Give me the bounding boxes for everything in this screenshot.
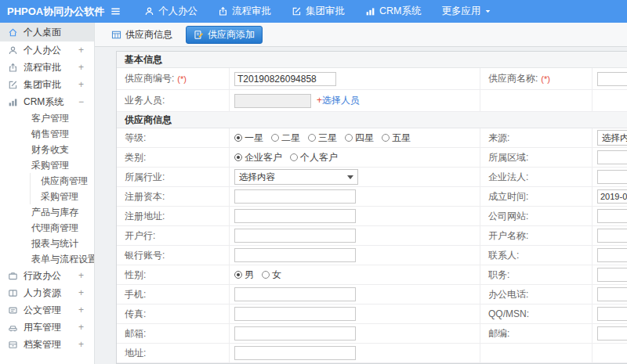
- sidebar-item-form-workflow-settings[interactable]: 表单与流程设置+: [0, 251, 94, 267]
- field-label: 办公电话:: [480, 285, 593, 304]
- radio-option[interactable]: 女: [262, 268, 281, 282]
- text-input[interactable]: [597, 268, 627, 282]
- expand-icon[interactable]: +: [78, 62, 84, 73]
- field-label-text: 所属区域:: [488, 151, 528, 164]
- radio-option[interactable]: 企业客户: [234, 151, 282, 164]
- expand-icon[interactable]: +: [78, 322, 84, 333]
- field-label-text: 传真:: [125, 308, 146, 321]
- text-input[interactable]: [597, 72, 627, 86]
- nav-more-apps[interactable]: 更多应用: [441, 5, 491, 18]
- collapse-icon[interactable]: −: [78, 96, 84, 107]
- tab-supplier-add[interactable]: 供应商添加: [186, 26, 263, 44]
- radio-button: [382, 134, 390, 142]
- choose-person-link[interactable]: +选择人员: [317, 94, 360, 107]
- nav-workflow-approval[interactable]: 流程审批: [218, 5, 271, 18]
- sidebar-item-admin-office[interactable]: 行政办公+: [0, 267, 94, 284]
- nav-personal-office[interactable]: 个人办公: [144, 5, 198, 18]
- expand-icon[interactable]: +: [78, 270, 84, 281]
- expand-icon[interactable]: +: [63, 144, 68, 155]
- sidebar-item-purchase-mgmt[interactable]: 采购管理−: [0, 157, 94, 173]
- select-input[interactable]: 选择内容: [234, 169, 358, 185]
- sidebar-item-group-approval[interactable]: 集团审批+: [0, 76, 94, 93]
- sidebar-item-personal-office[interactable]: 个人办公+: [0, 41, 94, 59]
- edit-icon: [292, 6, 302, 16]
- radio-label: 个人客户: [300, 151, 338, 164]
- text-input[interactable]: [597, 209, 627, 223]
- sidebar-item-product-inventory[interactable]: 产品与库存+: [0, 204, 94, 220]
- field-cell: [593, 265, 627, 284]
- nav-item-label: CRM系统: [379, 5, 421, 18]
- text-input[interactable]: [234, 326, 356, 341]
- expand-icon[interactable]: +: [78, 79, 84, 90]
- collapse-icon[interactable]: −: [63, 160, 68, 171]
- text-input[interactable]: [597, 170, 627, 184]
- text-input[interactable]: [234, 287, 356, 301]
- radio-option[interactable]: 四星: [345, 132, 374, 145]
- form-row: 地址:: [117, 344, 627, 363]
- radio-option[interactable]: 三星: [308, 132, 337, 145]
- field-label: 公司网站:: [480, 207, 593, 225]
- text-input[interactable]: [597, 307, 627, 321]
- sidebar-item-document-mgmt[interactable]: 公文管理+: [0, 301, 94, 319]
- text-input[interactable]: [234, 229, 356, 243]
- nav-crm-system[interactable]: CRM系统: [365, 5, 421, 18]
- text-input[interactable]: [597, 229, 627, 243]
- nav-group-approval[interactable]: 集团审批: [292, 5, 345, 18]
- menu-toggle-icon[interactable]: [110, 5, 121, 17]
- field-cell: [230, 226, 480, 245]
- expand-icon[interactable]: +: [63, 113, 68, 124]
- radio-option[interactable]: 男: [234, 268, 254, 282]
- field-label-text: 类别:: [125, 151, 146, 164]
- radio-option[interactable]: 二星: [271, 132, 300, 145]
- car-icon: [8, 323, 18, 333]
- expand-icon[interactable]: +: [63, 222, 68, 233]
- radio-option[interactable]: 一星: [234, 132, 263, 145]
- text-input[interactable]: [597, 248, 627, 262]
- field-cell: [230, 187, 480, 206]
- field-label-text: 性别:: [125, 268, 146, 282]
- sidebar-item-archive-mgmt[interactable]: 档案管理+: [0, 336, 94, 353]
- radio-label: 三星: [318, 132, 337, 145]
- form-row: 邮箱:邮编:: [117, 324, 627, 344]
- text-input[interactable]: [234, 209, 356, 223]
- field-label-text: 供应商名称:: [488, 72, 538, 85]
- sidebar-item-purchase-mgmt-sub[interactable]: 采购管理: [0, 189, 94, 204]
- expand-icon[interactable]: +: [63, 207, 68, 218]
- sidebar-item-personal-desktop[interactable]: 个人桌面: [0, 23, 94, 41]
- sidebar-item-workflow-approval[interactable]: 流程审批+: [0, 59, 94, 76]
- field-label: 注册地址:: [117, 207, 230, 225]
- text-input[interactable]: [234, 346, 356, 360]
- expand-icon[interactable]: +: [78, 339, 84, 350]
- expand-icon[interactable]: +: [63, 128, 68, 139]
- sidebar-item-agent-mgmt[interactable]: 代理商管理+: [0, 220, 94, 236]
- field-cell: [230, 305, 480, 323]
- expand-icon[interactable]: +: [78, 287, 84, 298]
- text-input[interactable]: [234, 248, 356, 262]
- person-input[interactable]: [234, 94, 311, 108]
- text-input[interactable]: [234, 307, 356, 321]
- sidebar-item-label: 个人桌面: [24, 26, 61, 39]
- text-input[interactable]: [597, 287, 627, 301]
- text-input[interactable]: [234, 189, 356, 204]
- sidebar-item-vehicle-mgmt[interactable]: 用车管理+: [0, 319, 94, 336]
- sidebar-item-customer-mgmt[interactable]: 客户管理+: [0, 110, 94, 126]
- sidebar-item-human-resources[interactable]: 人力资源+: [0, 284, 94, 301]
- select-input[interactable]: 选择内容: [597, 130, 627, 146]
- sidebar-item-crm-system[interactable]: CRM系统−: [0, 93, 94, 110]
- tab-supplier-info[interactable]: 供应商信息: [104, 26, 179, 44]
- sidebar-item-supplier-mgmt[interactable]: 供应商管理: [0, 173, 94, 189]
- text-input[interactable]: [597, 150, 627, 164]
- supplier-code-input[interactable]: [234, 72, 336, 86]
- expand-icon[interactable]: +: [78, 305, 84, 315]
- text-input[interactable]: [597, 326, 627, 341]
- sidebar-item-reports-stats[interactable]: 报表与统计: [0, 236, 94, 251]
- radio-option[interactable]: 个人客户: [290, 151, 338, 164]
- sidebar-item-sales-mgmt[interactable]: 销售管理+: [0, 126, 94, 142]
- text-input[interactable]: [597, 189, 627, 204]
- radio-label: 二星: [281, 132, 300, 145]
- field-cell: [230, 285, 480, 304]
- section-header: 供应商信息: [117, 112, 627, 128]
- expand-icon[interactable]: +: [78, 45, 84, 56]
- radio-option[interactable]: 五星: [382, 132, 411, 145]
- sidebar-item-finance-io[interactable]: 财务收支+: [0, 142, 94, 157]
